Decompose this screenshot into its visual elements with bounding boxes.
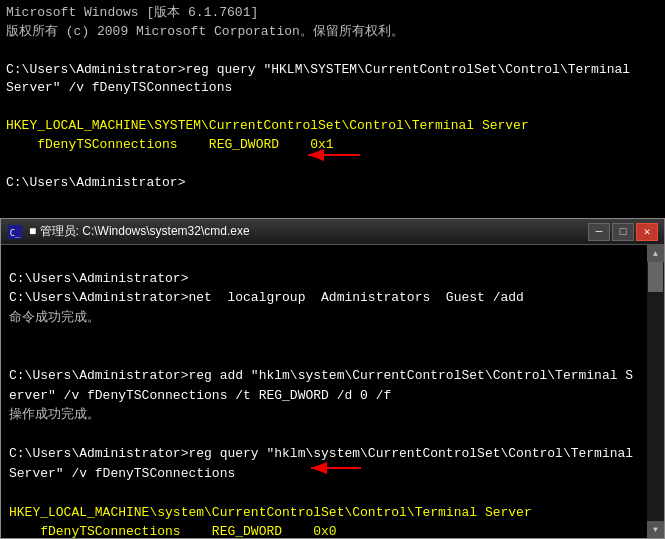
scroll-thumb[interactable] bbox=[648, 262, 663, 292]
bt-line-9: 操作成功完成。 bbox=[9, 405, 638, 425]
minimize-button[interactable]: ─ bbox=[588, 223, 610, 241]
title-bar-buttons: ─ □ ✕ bbox=[588, 223, 658, 241]
bt-line-10 bbox=[9, 425, 638, 445]
scroll-up-button[interactable]: ▲ bbox=[647, 245, 664, 262]
line-6 bbox=[6, 98, 641, 117]
bt-line-3: C:\Users\Administrator>net localgroup Ad… bbox=[9, 288, 638, 308]
scrollbar[interactable]: ▲ ▼ bbox=[647, 245, 664, 538]
line-2: 版权所有 (c) 2009 Microsoft Corporation。保留所有… bbox=[6, 23, 641, 42]
bt-line-6 bbox=[9, 347, 638, 367]
bt-line-2: C:\Users\Administrator> bbox=[9, 269, 638, 289]
top-terminal: Microsoft Windows [版本 6.1.7601] 版权所有 (c)… bbox=[0, 0, 665, 218]
arrow-bottom bbox=[201, 448, 401, 488]
close-button[interactable]: ✕ bbox=[636, 223, 658, 241]
bt-line-5 bbox=[9, 327, 638, 347]
title-bar: C_ ■ 管理员: C:\Windows\system32\cmd.exe ─ … bbox=[1, 219, 664, 245]
line-7: HKEY_LOCAL_MACHINE\SYSTEM\CurrentControl… bbox=[6, 117, 641, 136]
title-bar-label: ■ 管理员: C:\Windows\system32\cmd.exe bbox=[29, 223, 588, 240]
scroll-down-button[interactable]: ▼ bbox=[647, 521, 664, 538]
bt-line-4: 命令成功完成。 bbox=[9, 308, 638, 328]
bt-line-8: erver" /v fDenyTSConnections /t REG_DWOR… bbox=[9, 386, 638, 406]
bottom-window: C_ ■ 管理员: C:\Windows\system32\cmd.exe ─ … bbox=[0, 218, 665, 539]
maximize-button[interactable]: □ bbox=[612, 223, 634, 241]
line-3 bbox=[6, 42, 641, 61]
line-10: C:\Users\Administrator> bbox=[6, 174, 641, 193]
bt-line-14: HKEY_LOCAL_MACHINE\system\CurrentControl… bbox=[9, 503, 638, 523]
scroll-track bbox=[647, 262, 664, 521]
bt-line-1 bbox=[9, 249, 638, 269]
line-5: Server" /v fDenyTSConnections bbox=[6, 79, 641, 98]
line-4: C:\Users\Administrator>reg query "HKLM\S… bbox=[6, 61, 641, 80]
bottom-terminal-content: C:\Users\Administrator> C:\Users\Adminis… bbox=[9, 249, 656, 538]
bt-line-7: C:\Users\Administrator>reg add "hklm\sys… bbox=[9, 366, 638, 386]
arrow-top bbox=[200, 135, 400, 175]
svg-text:C_: C_ bbox=[10, 227, 21, 237]
cmd-icon: C_ bbox=[7, 224, 23, 240]
line-1: Microsoft Windows [版本 6.1.7601] bbox=[6, 4, 641, 23]
bottom-terminal: C:\Users\Administrator> C:\Users\Adminis… bbox=[1, 245, 664, 538]
bt-line-15: fDenyTSConnections REG_DWORD 0x0 bbox=[9, 522, 638, 538]
